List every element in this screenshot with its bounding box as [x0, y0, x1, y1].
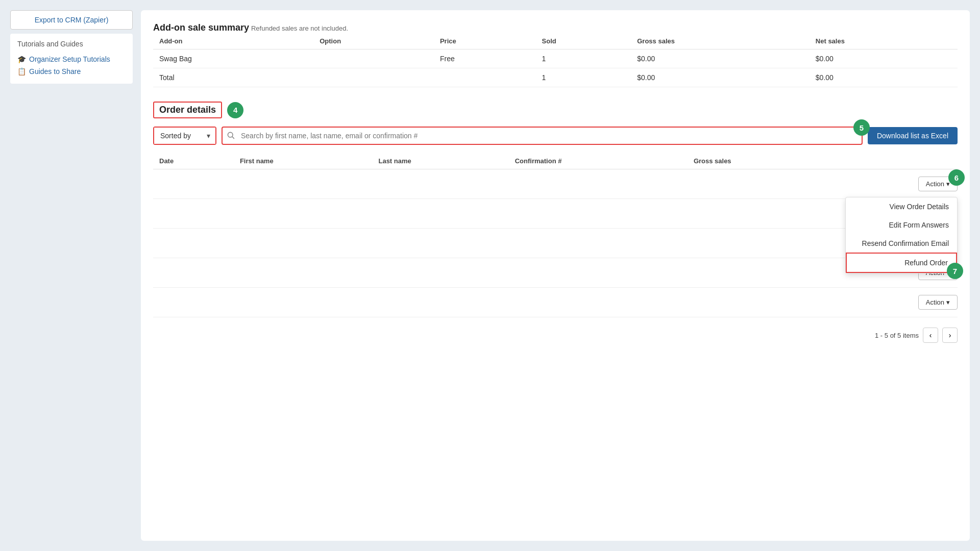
table-row: Total 1 $0.00 $0.00: [153, 68, 958, 87]
download-excel-button[interactable]: Download list as Excel: [868, 127, 958, 144]
main-content: Add-on sale summary Refunded sales are n…: [141, 10, 970, 541]
pagination-info: 1 - 5 of 5 items: [875, 332, 919, 339]
tutorials-title: Tutorials and Guides: [17, 40, 126, 48]
tutorials-section: Tutorials and Guides 🎓 Organizer Setup T…: [10, 34, 133, 84]
badge-6: 6: [948, 169, 965, 186]
pagination-prev-button[interactable]: ‹: [923, 328, 938, 343]
search-input[interactable]: [239, 128, 862, 144]
total-gross: $0.00: [631, 68, 810, 87]
clipboard-icon: 📋: [17, 67, 26, 76]
controls-row: Sorted by Date First name Last name ▾: [153, 127, 958, 145]
col-action-header: [839, 153, 958, 169]
col-date: Date: [153, 153, 234, 169]
table-row: Action ▾: [153, 258, 958, 288]
addon-name: Swag Bag: [153, 49, 313, 68]
order-details-section: Order details 4 Sorted by Date First nam…: [153, 102, 958, 343]
table-row: [153, 229, 958, 258]
dropdown-resend-email[interactable]: Resend Confirmation Email: [846, 234, 957, 253]
table-row: Action ▾: [153, 288, 958, 317]
action-cell-5: Action ▾: [839, 288, 958, 317]
col-price: Price: [434, 33, 536, 49]
addon-sold: 1: [536, 49, 631, 68]
col-firstname: First name: [234, 153, 373, 169]
col-confirmation: Confirmation #: [509, 153, 688, 169]
search-icon: [223, 131, 239, 141]
dropdown-refund-order[interactable]: Refund Order 7: [846, 253, 957, 273]
graduation-icon: 🎓: [17, 55, 26, 63]
caret-icon: ▾: [946, 298, 950, 306]
chevron-right-icon: ›: [949, 331, 951, 339]
pagination-row: 1 - 5 of 5 items ‹ ›: [153, 323, 958, 343]
summary-subtitle: Refunded sales are not included.: [251, 24, 348, 32]
dropdown-edit-form[interactable]: Edit Form Answers: [846, 216, 957, 234]
summary-table: Add-on Option Price Sold Gross sales Net…: [153, 33, 958, 87]
badge-5: 5: [853, 119, 870, 136]
col-net: Net sales: [810, 33, 958, 49]
guides-to-share-link[interactable]: 📋 Guides to Share: [17, 65, 126, 78]
sidebar: Export to CRM (Zapier) Tutorials and Gui…: [10, 10, 133, 541]
col-addon: Add-on: [153, 33, 313, 49]
sorted-by-wrapper: Sorted by Date First name Last name ▾: [153, 127, 216, 145]
action-btn-wrapper-1: 6 Action ▾ View Order Details Edit Form …: [918, 177, 958, 191]
addon-summary-section: Add-on sale summary Refunded sales are n…: [153, 22, 958, 87]
col-option: Option: [313, 33, 434, 49]
organizer-setup-link[interactable]: 🎓 Organizer Setup Tutorials: [17, 53, 126, 65]
addon-gross: $0.00: [631, 49, 810, 68]
action-cell-1: 6 Action ▾ View Order Details Edit Form …: [839, 169, 958, 199]
total-label: Total: [153, 68, 313, 87]
table-row: 6 Action ▾ View Order Details Edit Form …: [153, 169, 958, 199]
order-details-header: Order details 4: [153, 102, 958, 118]
export-crm-button[interactable]: Export to CRM (Zapier): [10, 10, 133, 30]
dropdown-view-order[interactable]: View Order Details: [846, 197, 957, 216]
chevron-left-icon: ‹: [929, 331, 932, 339]
total-sold: 1: [536, 68, 631, 87]
summary-title: Add-on sale summary: [153, 22, 249, 33]
action-dropdown: View Order Details Edit Form Answers Res…: [845, 197, 958, 273]
badge-4: 4: [227, 102, 243, 118]
svg-line-1: [232, 136, 234, 138]
col-gross: Gross sales: [631, 33, 810, 49]
col-sold: Sold: [536, 33, 631, 49]
orders-table: Date First name Last name Confirmation #…: [153, 153, 958, 317]
pagination-next-button[interactable]: ›: [942, 328, 958, 343]
total-net: $0.00: [810, 68, 958, 87]
search-wrapper: 5: [222, 127, 863, 145]
table-row: Swag Bag Free 1 $0.00 $0.00: [153, 49, 958, 68]
addon-net: $0.00: [810, 49, 958, 68]
order-details-title: Order details: [153, 102, 222, 118]
table-row: [153, 199, 958, 229]
addon-price: Free: [434, 49, 536, 68]
addon-option: [313, 49, 434, 68]
col-lastname: Last name: [372, 153, 508, 169]
col-gross-sales: Gross sales: [688, 153, 839, 169]
badge-7: 7: [947, 263, 963, 279]
sorted-by-select[interactable]: Sorted by Date First name Last name: [154, 128, 215, 144]
action-button-5[interactable]: Action ▾: [918, 295, 958, 310]
